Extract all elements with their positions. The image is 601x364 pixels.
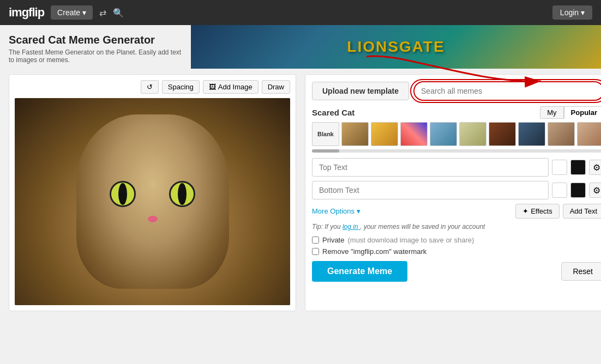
thumb-8[interactable]: [548, 122, 575, 146]
template-tabs: My Popular: [540, 106, 601, 119]
bottom-text-input[interactable]: [312, 181, 549, 199]
template-row: Upload new template: [312, 81, 601, 101]
effects-label: Effects: [531, 207, 552, 215]
sparkle-icon: ✦: [522, 207, 528, 215]
add-image-label: Add Image: [218, 83, 253, 91]
cat-pupil-right: [178, 183, 187, 205]
thumb-4[interactable]: [430, 122, 457, 146]
private-sublabel: (must download image to save or share): [347, 236, 474, 244]
page-subtitle: The Fastest Meme Generator on the Planet…: [9, 48, 182, 64]
top-text-white-color[interactable]: [552, 160, 567, 175]
template-thumbnails: Blank: [312, 122, 601, 146]
top-text-row: ⚙: [312, 158, 601, 177]
template-title: Scared Cat: [312, 108, 354, 117]
thumb-6[interactable]: [489, 122, 516, 146]
spacing-button[interactable]: Spacing: [162, 80, 200, 94]
top-text-settings-button[interactable]: ⚙: [589, 160, 601, 175]
template-section: Scared Cat My Popular Blank: [312, 106, 601, 153]
left-panel: ↺ Spacing 🖼 Add Image Draw: [9, 74, 296, 311]
bottom-text-white-color[interactable]: [552, 183, 567, 198]
private-checkbox[interactable]: [312, 236, 319, 244]
banner-ad: LIONSGATE: [191, 25, 601, 69]
bottom-text-settings-button[interactable]: ⚙: [589, 183, 601, 198]
navbar: imgflip Create ▾ ⇄ 🔍 Login ▾: [0, 0, 601, 25]
draw-label: Draw: [268, 83, 284, 91]
cat-face: [76, 114, 229, 289]
spacing-label: Spacing: [168, 83, 194, 91]
cat-eye-left: [110, 181, 136, 207]
more-options-button[interactable]: More Options ▾: [312, 207, 360, 215]
search-box: [413, 81, 601, 101]
create-label: Create: [57, 8, 80, 17]
gear-icon: ⚙: [593, 185, 600, 196]
thumb-1[interactable]: [341, 122, 369, 146]
chevron-down-icon: ▾: [82, 8, 86, 17]
bottom-text-black-color[interactable]: [570, 183, 586, 198]
top-text-black-color[interactable]: [570, 160, 586, 175]
create-button[interactable]: Create ▾: [51, 5, 93, 20]
cat-eye-right: [169, 181, 195, 207]
banner-left: Scared Cat Meme Generator The Fastest Me…: [0, 25, 191, 69]
chevron-down-icon: ▾: [581, 8, 585, 17]
private-row: Private (must download image to save or …: [312, 236, 601, 244]
gear-icon: ⚙: [593, 162, 600, 173]
template-buttons: Upload new template: [312, 81, 601, 101]
add-text-button[interactable]: Add Text: [563, 204, 601, 219]
top-text-input[interactable]: [312, 158, 549, 177]
ad-text: LIONSGATE: [347, 38, 444, 56]
tab-popular[interactable]: Popular: [564, 106, 601, 119]
login-button[interactable]: Login ▾: [552, 5, 592, 20]
add-image-button[interactable]: 🖼 Add Image: [203, 80, 259, 94]
reset-label: Reset: [573, 267, 593, 276]
editor-toolbar: ↺ Spacing 🖼 Add Image Draw: [15, 80, 290, 94]
reset-button[interactable]: Reset: [561, 262, 601, 281]
tip-text: Tip: If you log in , your memes will be …: [312, 223, 601, 230]
cat-image: [15, 98, 290, 305]
right-panel: Upload new template Scared Cat My Popula…: [305, 74, 601, 311]
add-text-label: Add Text: [570, 207, 597, 215]
options-row: More Options ▾ ✦ Effects Add Text: [312, 204, 601, 219]
effects-row: ✦ Effects Add Text: [515, 204, 601, 219]
thumb-9[interactable]: [577, 122, 601, 146]
cat-body: [76, 114, 229, 289]
cat-pupil-left: [118, 183, 127, 205]
watermark-label: Remove "imgflip.com" watermark: [322, 247, 426, 256]
thumb-blank[interactable]: Blank: [312, 122, 339, 146]
shuffle-icon[interactable]: ⇄: [99, 8, 106, 18]
undo-button[interactable]: ↺: [141, 80, 159, 94]
bottom-text-row: ⚙: [312, 181, 601, 199]
chevron-down-icon: ▾: [357, 207, 360, 215]
login-link[interactable]: log in: [342, 223, 360, 230]
watermark-row: Remove "imgflip.com" watermark: [312, 247, 601, 256]
tab-my[interactable]: My: [540, 106, 563, 119]
meme-canvas: [15, 98, 290, 305]
scroll-thumb[interactable]: [312, 149, 339, 153]
banner-area: Scared Cat Meme Generator The Fastest Me…: [0, 25, 601, 69]
thumb-5[interactable]: [459, 122, 486, 146]
logo: imgflip: [9, 5, 44, 20]
upload-label: Upload new template: [322, 87, 399, 95]
thumb-2[interactable]: [371, 122, 398, 146]
draw-button[interactable]: Draw: [262, 80, 290, 94]
effects-button[interactable]: ✦ Effects: [515, 204, 560, 219]
thumb-3[interactable]: [400, 122, 428, 146]
image-icon: 🖼: [209, 83, 216, 91]
generate-button[interactable]: Generate Meme: [312, 261, 407, 282]
search-input[interactable]: [413, 81, 601, 101]
search-icon[interactable]: 🔍: [113, 8, 124, 18]
template-header: Scared Cat My Popular: [312, 106, 601, 119]
scroll-track[interactable]: [312, 149, 601, 153]
navbar-left: imgflip Create ▾ ⇄ 🔍: [9, 5, 124, 20]
main-content: ↺ Spacing 🖼 Add Image Draw: [0, 69, 601, 317]
cat-nose: [148, 216, 158, 222]
upload-template-button[interactable]: Upload new template: [312, 82, 409, 100]
generate-label: Generate Meme: [327, 266, 392, 276]
thumb-7[interactable]: [518, 122, 545, 146]
watermark-checkbox[interactable]: [312, 248, 319, 255]
more-options-label: More Options: [312, 207, 354, 215]
page-title: Scared Cat Meme Generator: [9, 34, 182, 46]
bottom-row: Generate Meme Reset: [312, 261, 601, 282]
private-label: Private: [322, 236, 344, 244]
